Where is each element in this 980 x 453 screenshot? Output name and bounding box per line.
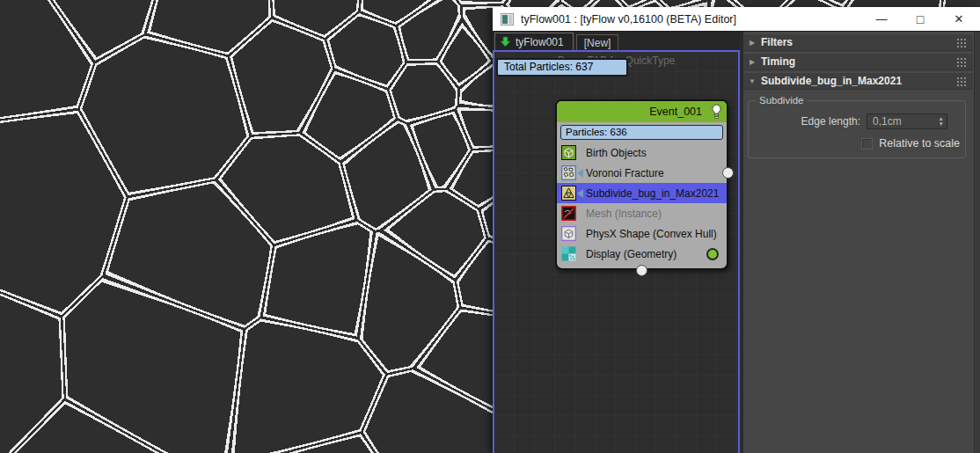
window-controls: — □ ✕ <box>862 7 978 31</box>
subdivide-icon <box>561 186 576 201</box>
operator-label: Display (Geometry) <box>586 248 676 260</box>
edge-length-spinner[interactable]: 0,1cm ▲ ▼ <box>867 113 947 129</box>
operator-row-subdivide[interactable]: Subdivide_bug_in_Max2021 <box>557 183 727 203</box>
rollout-label: Subdivide_bug_in_Max2021 <box>761 75 902 87</box>
edge-length-label: Edge length: <box>801 115 860 128</box>
chevron-right-icon: ▶ <box>743 58 761 66</box>
spinner-arrows-icon[interactable]: ▲ ▼ <box>939 114 944 128</box>
flow-tabbar: tyFlow001 [New] <box>493 32 740 50</box>
operator-label: PhysX Shape (Convex Hull) <box>586 228 717 240</box>
physx-shape-icon <box>561 226 576 241</box>
operator-row-mesh-instance[interactable]: Mesh (Instance) <box>557 203 727 223</box>
voronoi-fracture-icon <box>561 165 576 180</box>
event-header[interactable]: Event_001 <box>557 101 727 122</box>
birth-objects-icon <box>561 145 576 160</box>
operator-label: Voronoi Fracture <box>586 167 664 179</box>
rollout-subdivide[interactable]: ▼ Subdivide_bug_in_Max2021 <box>743 72 973 90</box>
event-title: Event_001 <box>649 101 702 122</box>
operator-label: Birth Objects <box>586 147 647 159</box>
subdivide-group-label: Subdivide <box>756 95 808 106</box>
tab-new[interactable]: [New] <box>576 34 619 50</box>
relative-to-scale-label: Relative to scale <box>879 137 960 150</box>
node-output-connector-bottom[interactable] <box>636 265 647 276</box>
chevron-down-icon: ▼ <box>743 77 761 85</box>
operator-row-birth-objects[interactable]: Birth Objects <box>557 142 727 163</box>
total-particles-badge: Total Particles: 637 <box>496 58 628 77</box>
app-icon <box>501 13 514 26</box>
node-output-connector-right[interactable] <box>722 167 734 179</box>
screen: tyFlow001 : [tyFlow v0,16100 (BETA) Edit… <box>0 0 980 453</box>
window-titlebar[interactable]: tyFlow001 : [tyFlow v0,16100 (BETA) Edit… <box>493 7 980 32</box>
rollout-filters[interactable]: ▶ Filters <box>743 33 973 51</box>
window-title: tyFlow001 : [tyFlow v0,16100 (BETA) Edit… <box>521 13 736 26</box>
rollout-timing[interactable]: ▶ Timing <box>743 53 973 70</box>
display-color-dot[interactable] <box>706 248 719 260</box>
green-down-arrow-icon <box>500 36 511 47</box>
minimize-button[interactable]: — <box>862 7 901 31</box>
mesh-instance-icon <box>561 206 576 221</box>
rollout-grip-icon[interactable] <box>956 77 966 86</box>
operator-row-physx-shape[interactable]: PhysX Shape (Convex Hull) <box>557 223 727 244</box>
rollout-label: Filters <box>761 36 793 48</box>
tab-tyflow001[interactable]: tyFlow001 <box>494 33 574 50</box>
operator-list: Birth Objects <box>557 142 727 268</box>
rollout-grip-icon[interactable] <box>956 38 966 47</box>
parameters-panel: ▶ Filters ▶ Timing ▼ Subdivide_bug_in_Ma… <box>740 32 980 453</box>
chevron-right-icon: ▶ <box>743 39 761 47</box>
rollout-label: Timing <box>761 55 795 68</box>
node-graph-area[interactable]: Press TAB for QuickType Total Particles:… <box>493 50 740 453</box>
subdivide-group: Subdivide Edge length: 0,1cm ▲ ▼ <box>748 95 966 158</box>
panel-scrollbar[interactable] <box>974 32 980 453</box>
tyflow-editor-window: tyFlow001 : [tyFlow v0,16100 (BETA) Edit… <box>493 7 980 453</box>
operator-label: Mesh (Instance) <box>586 208 662 220</box>
flow-column: tyFlow001 [New] Press TAB for QuickType … <box>493 32 740 453</box>
tab-label: [New] <box>584 37 611 49</box>
tab-label: tyFlow001 <box>516 36 564 48</box>
edge-length-value: 0,1cm <box>867 115 902 128</box>
display-geometry-icon <box>561 246 576 261</box>
operator-label: Subdivide_bug_in_Max2021 <box>586 187 719 200</box>
relative-to-scale-checkbox[interactable] <box>861 138 873 150</box>
event-node[interactable]: Event_001 Particles: 636 <box>555 99 728 270</box>
event-particles-counter: Particles: 636 <box>560 125 723 140</box>
rollout-grip-icon[interactable] <box>956 57 966 67</box>
operator-input-arrow-icon <box>577 189 583 198</box>
operator-row-display-geometry[interactable]: Display (Geometry) <box>557 244 727 264</box>
lightbulb-icon[interactable] <box>711 104 722 120</box>
close-button[interactable]: ✕ <box>940 7 978 31</box>
operator-row-voronoi-fracture[interactable]: Voronoi Fracture <box>557 163 727 183</box>
maximize-button[interactable]: □ <box>901 7 940 31</box>
operator-input-arrow-icon <box>577 169 583 178</box>
